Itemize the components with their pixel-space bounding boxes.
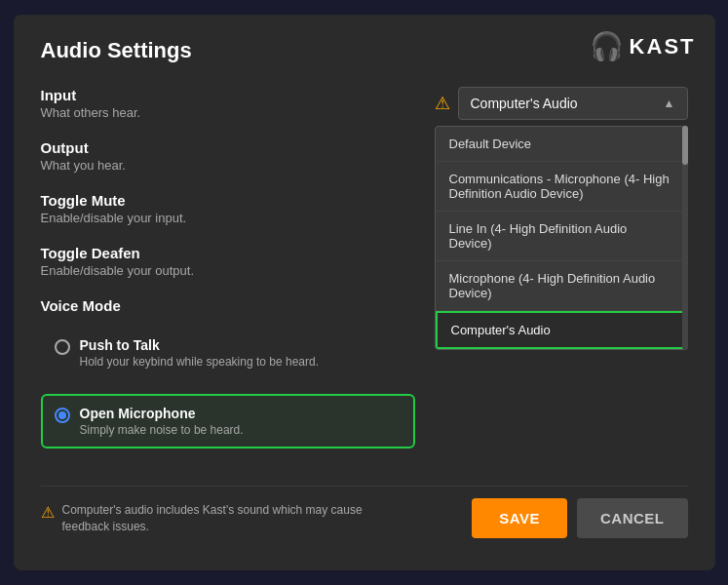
push-to-talk-option[interactable]: Push to Talk Hold your keybind while spe… bbox=[41, 326, 415, 380]
settings-grid: Input What others hear. Output What you … bbox=[41, 87, 688, 462]
dropdown-selected-label: Computer's Audio bbox=[471, 96, 578, 111]
footer: ⚠ Computer's audio includes Kast's sound… bbox=[41, 486, 688, 538]
input-desc: What others hear. bbox=[41, 105, 415, 120]
footer-warning: ⚠ Computer's audio includes Kast's sound… bbox=[41, 502, 411, 535]
logo-icon: 🎧 bbox=[590, 30, 624, 62]
dropdown-item-computers-audio[interactable]: Computer's Audio bbox=[436, 311, 687, 349]
setting-toggle-deafen-section: Toggle Deafen Enable/disable your output… bbox=[41, 245, 415, 278]
push-to-talk-label: Push to Talk bbox=[80, 337, 319, 353]
output-label: Output bbox=[41, 139, 415, 156]
logo-text: KAST bbox=[630, 34, 696, 59]
chevron-up-icon: ▲ bbox=[664, 97, 675, 110]
setting-output-section: Output What you hear. bbox=[41, 139, 415, 173]
open-microphone-desc: Simply make noise to be heard. bbox=[80, 423, 244, 437]
warning-icon: ⚠ bbox=[435, 93, 450, 114]
footer-warning-icon: ⚠ bbox=[41, 503, 55, 522]
open-microphone-option[interactable]: Open Microphone Simply make noise to be … bbox=[41, 394, 415, 448]
modal: 🎧 KAST Audio Settings Input What others … bbox=[14, 15, 715, 570]
open-microphone-label: Open Microphone bbox=[80, 406, 244, 421]
setting-toggle-mute-section: Toggle Mute Enable/disable your input. bbox=[41, 192, 415, 225]
output-desc: What you hear. bbox=[41, 158, 415, 173]
scrollbar-track bbox=[682, 126, 688, 350]
toggle-mute-desc: Enable/disable your input. bbox=[41, 211, 415, 225]
left-panel: Input What others hear. Output What you … bbox=[41, 87, 415, 462]
scrollbar-thumb[interactable] bbox=[682, 126, 688, 165]
dropdown-menu: Default Device Communications - Micropho… bbox=[435, 126, 688, 350]
toggle-deafen-desc: Enable/disable your output. bbox=[41, 263, 415, 278]
setting-input-section: Input What others hear. bbox=[41, 87, 415, 120]
cancel-button[interactable]: CANCEL bbox=[577, 498, 688, 538]
toggle-deafen-label: Toggle Deafen bbox=[41, 245, 415, 261]
dropdown-wrapper: Default Device Communications - Micropho… bbox=[435, 126, 688, 350]
dropdown-item-communications[interactable]: Communications - Microphone (4- High Def… bbox=[436, 162, 687, 212]
logo-area: 🎧 KAST bbox=[590, 30, 696, 62]
input-dropdown-row: ⚠ Computer's Audio ▲ bbox=[435, 87, 688, 120]
open-microphone-radio[interactable] bbox=[55, 408, 70, 423]
dropdown-item-microphone[interactable]: Microphone (4- High Definition Audio Dev… bbox=[436, 261, 687, 311]
push-to-talk-radio[interactable] bbox=[55, 339, 70, 355]
push-to-talk-desc: Hold your keybind while speaking to be h… bbox=[80, 355, 319, 369]
save-button[interactable]: SAVE bbox=[472, 498, 567, 538]
dropdown-inner: Default Device Communications - Micropho… bbox=[435, 126, 688, 350]
footer-buttons: SAVE CANCEL bbox=[472, 498, 687, 538]
audio-dropdown-button[interactable]: Computer's Audio ▲ bbox=[458, 87, 688, 120]
dropdown-item-default[interactable]: Default Device bbox=[436, 127, 687, 162]
right-panel: ⚠ Computer's Audio ▲ Default Device Comm… bbox=[435, 87, 688, 462]
input-label: Input bbox=[41, 87, 415, 103]
dropdown-item-linein[interactable]: Line In (4- High Definition Audio Device… bbox=[436, 212, 687, 261]
footer-warning-text: Computer's audio includes Kast's sound w… bbox=[62, 502, 411, 535]
voice-mode-title: Voice Mode bbox=[41, 297, 415, 314]
open-microphone-text: Open Microphone Simply make noise to be … bbox=[80, 406, 244, 437]
push-to-talk-text: Push to Talk Hold your keybind while spe… bbox=[80, 337, 319, 369]
toggle-mute-label: Toggle Mute bbox=[41, 192, 415, 209]
